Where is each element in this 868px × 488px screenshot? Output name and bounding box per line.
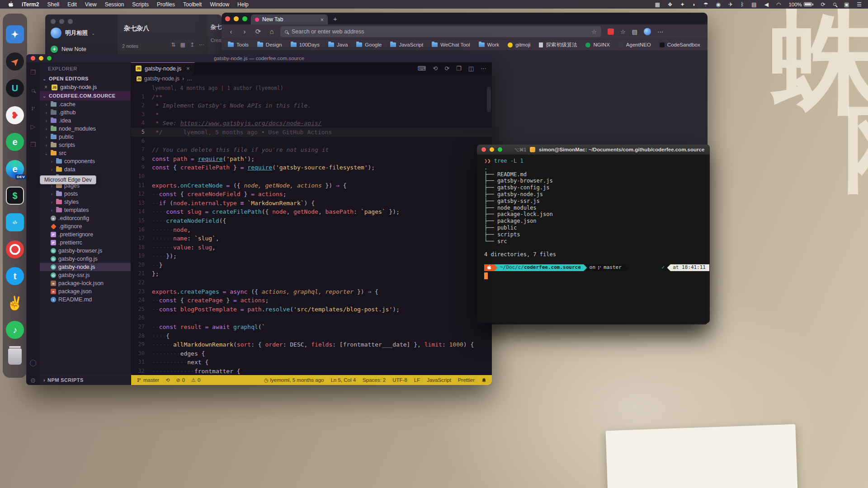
menu-edit[interactable]: Edit [67,1,77,8]
explorer-item-templates[interactable]: ›templates [40,206,131,214]
vpn-shield-icon[interactable]: ☂ [703,1,708,8]
explorer-item-.editorconfig[interactable]: e.editorconfig [40,214,131,222]
explorer-item-node_modules[interactable]: ›node_modules [40,125,131,133]
account-icon[interactable]: ◯ [28,358,38,367]
code-line-30[interactable]: 30········edges { [131,349,492,358]
eol[interactable]: LF [414,377,420,383]
display-icon[interactable]: ▤ [751,1,756,8]
code-line-6[interactable]: 6 [131,137,492,146]
open-editor-item[interactable]: × JS gatsby-node.js [40,83,131,91]
dock-icon-blue-app[interactable]: ✦ [5,25,24,44]
more-actions-icon[interactable]: ⋯ [481,65,486,72]
explorer-item-.github[interactable]: ›.github [40,108,131,117]
volume-icon[interactable]: ◀ [764,1,769,8]
explorer-item-.idea[interactable]: ›.idea [40,117,131,125]
explorer-item-.gitignore[interactable]: .gitignore [40,222,131,230]
dock-icon-vscode[interactable]: ‹/› [5,213,24,232]
open-preview-icon[interactable]: ❐ [456,65,462,72]
onedrive-icon[interactable]: ◉ [716,1,721,8]
code-line-17[interactable]: 17······name: `slug`, [131,234,492,243]
library-icon[interactable]: ▤ [632,28,637,35]
dock-icon-iterm[interactable]: $ [5,186,24,205]
code-editor[interactable]: lyemoml, 4 months ago | 1 author (lyemom… [131,83,492,375]
editor-scrollbar[interactable] [487,87,491,112]
explorer-item-gatsby-ssr.js[interactable]: Ggatsby-ssr.js [40,271,131,279]
code-line-2[interactable]: 2 * Implement Gatsby's Node APIs in this… [131,101,492,110]
explorer-item-gatsby-browser.js[interactable]: Ggatsby-browser.js [40,247,131,255]
explorer-item-posts[interactable]: ›posts [40,190,131,198]
bookmark-Tools[interactable]: Tools [228,42,249,47]
settings-gear-icon[interactable]: ⚙ [28,376,38,385]
sync-status[interactable]: ⟲ [165,377,170,383]
bookmark-100Days[interactable]: 100Days [291,42,320,47]
bookmark-探索初级算法[interactable]: 探索初级算法 [539,42,577,48]
code-line-26[interactable]: 26 [131,314,492,323]
terminal-window-controls[interactable] [481,147,502,152]
browser-window-controls[interactable] [225,16,247,21]
battery-indicator[interactable]: 100% [788,2,813,7]
menu-scripts[interactable]: Scripts [132,1,149,8]
new-note-button[interactable]: + New Note [51,46,112,53]
dock-icon-twitter[interactable]: t [5,267,24,286]
code-line-29[interactable]: 29······allMarkdownRemark(sort: { order:… [131,340,492,349]
bookmarks-sidebar-icon[interactable]: ☆ [620,28,626,35]
home-icon[interactable]: ⌂ [268,28,276,36]
code-line-16[interactable]: 16······node, [131,225,492,235]
code-line-23[interactable]: 23exports.createPages = async ({ actions… [131,287,492,296]
code-line-19[interactable]: 19····}); [131,252,492,261]
bookmark-CodeSandbox[interactable]: CodeSandbox [660,42,700,47]
vscode-window-controls[interactable] [31,56,52,61]
explorer-item-data[interactable]: ›data [40,165,131,174]
notes-account[interactable]: 明月相照 ⌄ [51,28,112,38]
code-line-24[interactable]: 24··const { createPage } = actions; [131,296,492,305]
indentation[interactable]: Spaces: 2 [363,377,386,383]
bookmark-Google[interactable]: Google [356,42,382,47]
code-line-13[interactable]: 13··if (node.internal.type ≡ `MarkdownRe… [131,199,492,208]
sort-icon[interactable]: ⇅ [171,42,176,48]
dock-icon-trash[interactable] [5,347,24,366]
address-bar[interactable]: Search or enter web address ☆ [280,26,601,37]
search-icon[interactable] [28,86,38,95]
tab-close-icon[interactable]: × [186,66,189,72]
editor-tab-gatsby-node[interactable]: JS gatsby-node.js × [131,62,195,74]
project-section-header[interactable]: ⌄ CODERFEE.COM.SOURCE [40,91,131,100]
spotlight-icon[interactable] [833,3,836,6]
menu-profiles[interactable]: Profiles [157,1,175,8]
notifications-bell[interactable] [481,377,486,383]
source-control-icon[interactable] [28,104,38,113]
dock-icon-hand-app[interactable]: ✌ [5,294,24,313]
dock-icon-edge-dev[interactable]: eDEV [5,160,24,178]
menu-help[interactable]: Help [237,1,249,8]
code-line-9[interactable]: 9const { createFilePath } = require('gat… [131,163,492,172]
code-line-12[interactable]: 12··const { createNodeField } = actions; [131,190,492,199]
explorer-item-.prettierignore[interactable]: P.prettierignore [40,230,131,239]
menu-shell[interactable]: Shell [47,1,59,8]
dock-icon-rocket-app[interactable]: ➤ [5,52,24,71]
explorer-item-styles[interactable]: ›styles [40,198,131,206]
timemachine-icon[interactable]: ⟳ [821,1,826,8]
explorer-item-gatsby-node.js[interactable]: Ggatsby-node.js [40,263,131,271]
bookmark-NGINX[interactable]: NGINX [585,42,609,47]
code-line-20[interactable]: 20··} [131,261,492,270]
more-icon[interactable]: ⋯ [199,42,204,48]
encoding[interactable]: UTF-8 [392,377,407,383]
code-line-32[interactable]: 32············frontmatter { [131,367,492,375]
explorer-item-package-lock.json[interactable]: npackage-lock.json [40,279,131,287]
dock-icon-red-bird-app[interactable]: ❥ [5,106,24,125]
explorer-item-package.json[interactable]: npackage.json [40,287,131,296]
previous-change-icon[interactable]: ⟲ [433,65,438,72]
window-manager-icon[interactable]: ▦ [655,1,660,8]
bookmark-Design[interactable]: Design [257,42,282,47]
notes-window-controls[interactable] [51,19,112,24]
code-line-10[interactable]: 10 [131,172,492,181]
bookmark-gitmoji[interactable]: gitmoji [508,42,530,47]
explorer-item-.cache[interactable]: ›.cache [40,100,131,108]
explorer-item-README.md[interactable]: iREADME.md [40,296,131,304]
apple-menu-icon[interactable] [8,1,14,8]
explorer-item-gatsby-config.js[interactable]: Ggatsby-config.js [40,255,131,263]
active-app-name[interactable]: iTerm2 [22,1,39,8]
terminal-body[interactable]: ❯❯ tree -L 1 .├── README.md├── gatsby-br… [477,155,710,323]
code-line-18[interactable]: 18······value: slug, [131,243,492,252]
share-icon[interactable]: ↥ [190,42,194,48]
gitlens-authors-lens[interactable]: lyemoml, 4 months ago | 1 author (lyemom… [131,84,492,93]
